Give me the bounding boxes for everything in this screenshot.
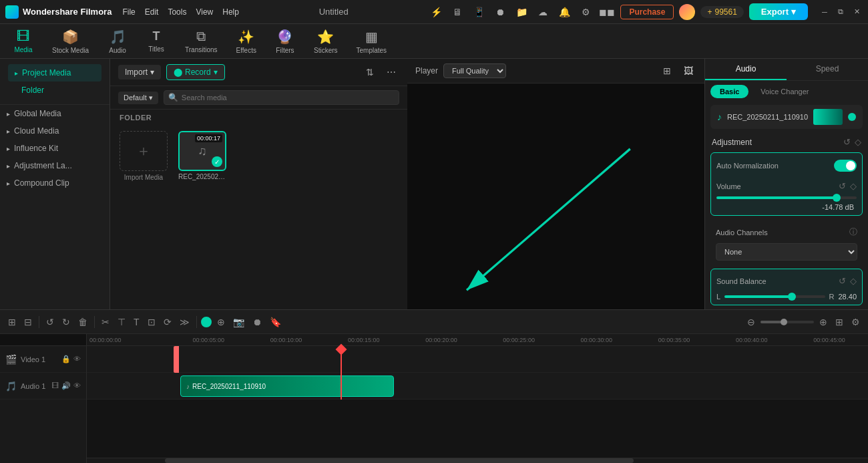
sidebar-item-global-media[interactable]: ▸ Global Media — [0, 105, 110, 122]
tl-rotate-icon[interactable]: ⟳ — [161, 315, 174, 329]
scrollbar-thumb[interactable] — [165, 458, 634, 463]
topbar-icon-6[interactable]: ☁ — [535, 4, 551, 20]
maximize-button[interactable]: ⧉ — [835, 6, 847, 18]
audio-clip[interactable]: ♪ REC_20250211_110910 — [180, 375, 394, 397]
media-sort-icon[interactable]: ⇅ — [362, 64, 378, 80]
timeline-scrollbar[interactable] — [87, 458, 868, 463]
topbar-icon-2[interactable]: 🖥 — [449, 4, 465, 20]
tool-media[interactable]: 🎞 Media — [5, 26, 41, 56]
adjustment-settings-icon[interactable]: ◇ — [855, 137, 861, 147]
default-button[interactable]: Default ▾ — [118, 92, 158, 104]
tl-split-icon[interactable]: ⊤ — [115, 315, 128, 329]
topbar-icon-3[interactable]: 📱 — [471, 4, 487, 20]
tl-zoom-thumb[interactable] — [781, 319, 787, 325]
quality-select[interactable]: Full Quality — [443, 63, 506, 78]
subtab-voice-changer[interactable]: Voice Changer — [751, 85, 818, 98]
menu-edit[interactable]: Edit — [145, 7, 159, 17]
tool-transitions[interactable]: ⧉ Transitions — [177, 26, 226, 56]
minimize-button[interactable]: ─ — [819, 6, 831, 18]
tool-effects[interactable]: ✨ Effects — [228, 26, 264, 57]
timeline-content[interactable]: 00:00:00:00 00:00:05:00 00:00:10:00 00:0… — [87, 334, 868, 463]
video-track[interactable] — [87, 346, 868, 373]
sidebar-item-cloud-media[interactable]: ▸ Cloud Media — [0, 122, 110, 140]
tool-stickers[interactable]: ⭐ Stickers — [306, 26, 346, 57]
sidebar-item-adjustment[interactable]: ▸ Adjustment La... — [0, 157, 110, 174]
tool-audio[interactable]: 🎵 Audio — [99, 26, 136, 57]
video-lock-icon[interactable]: 🔒 — [61, 355, 71, 363]
record-button[interactable]: ⬤ Record ▾ — [166, 64, 225, 80]
tool-titles[interactable]: T Titles — [138, 27, 174, 55]
grid-view-icon[interactable]: ⊞ — [659, 63, 675, 79]
search-input[interactable] — [164, 90, 399, 105]
volume-slider-track[interactable] — [716, 196, 857, 199]
export-button[interactable]: Export ▾ — [749, 3, 808, 20]
tl-more-icon[interactable]: ≫ — [177, 315, 192, 329]
volume-diamond-icon[interactable]: ◇ — [850, 181, 857, 191]
auto-norm-toggle[interactable] — [834, 160, 857, 172]
audio-camera-icon[interactable]: 🎞 — [51, 381, 59, 390]
tool-templates[interactable]: ▦ Templates — [349, 26, 395, 57]
volume-reset-icon[interactable]: ↺ — [839, 181, 846, 191]
audio-mute-icon[interactable]: 🔊 — [61, 381, 71, 390]
import-media-item[interactable]: ＋ Import Media — [120, 131, 168, 181]
tl-record-icon[interactable]: ⏺ — [250, 315, 264, 329]
tl-ungroup-icon[interactable]: ⊟ — [21, 315, 35, 329]
audio-hide2-icon[interactable]: 👁 — [73, 381, 81, 390]
sidebar-item-compound-clip[interactable]: ▸ Compound Clip — [0, 174, 110, 192]
tl-add-track-icon[interactable]: ⊕ — [214, 315, 228, 329]
sidebar-item-folder[interactable]: Folder — [8, 82, 101, 99]
topbar-icon-7[interactable]: 🔔 — [556, 4, 572, 20]
menu-file[interactable]: File — [122, 7, 135, 17]
tl-settings-icon[interactable]: ⚙ — [849, 315, 863, 329]
tl-zoom-out-icon[interactable]: ⊖ — [744, 315, 758, 329]
menu-view[interactable]: View — [196, 7, 213, 17]
topbar-icon-8[interactable]: ⚙ — [578, 4, 594, 20]
tl-redo-icon[interactable]: ↻ — [59, 315, 73, 329]
sound-balance-reset-icon[interactable]: ↺ — [839, 276, 846, 286]
topbar-icon-1[interactable]: ⚡ — [428, 4, 444, 20]
tab-audio[interactable]: Audio — [705, 59, 787, 80]
tl-camera-icon[interactable]: 📷 — [230, 315, 247, 329]
topbar-icon-5[interactable]: 📁 — [513, 4, 529, 20]
screenshot-icon[interactable]: 🖼 — [680, 63, 696, 79]
subtab-basic[interactable]: Basic — [710, 85, 748, 98]
menu-tools[interactable]: Tools — [168, 7, 186, 17]
tl-zoom-slider[interactable] — [761, 321, 814, 323]
sidebar-item-influence-kit[interactable]: ▸ Influence Kit — [0, 140, 110, 157]
sidebar-item-project-media[interactable]: ▸ Project Media — [8, 64, 101, 82]
tl-bookmark-icon[interactable]: 🔖 — [267, 315, 284, 329]
close-button[interactable]: ✕ — [851, 6, 863, 18]
import-box[interactable]: ＋ — [120, 131, 168, 171]
import-button[interactable]: Import ▾ — [118, 65, 161, 80]
tab-speed[interactable]: Speed — [787, 59, 868, 80]
video-hide-icon[interactable]: 👁 — [73, 355, 81, 363]
audio-channels-info-icon[interactable]: ⓘ — [849, 226, 857, 238]
topbar-icon-4[interactable]: ⏺ — [492, 4, 508, 20]
tl-zoom-in-icon[interactable]: ⊕ — [817, 315, 830, 329]
menu-help[interactable]: Help — [222, 7, 239, 17]
templates-label: Templates — [357, 47, 387, 54]
tl-playhead-color[interactable] — [201, 317, 212, 327]
user-avatar[interactable] — [679, 4, 695, 20]
sound-balance-track[interactable] — [724, 295, 825, 298]
tl-layout-icon[interactable]: ⊞ — [833, 315, 846, 329]
audio-track[interactable]: ♪ REC_20250211_110910 — [87, 373, 868, 400]
audio-channels-select[interactable]: None — [716, 243, 857, 261]
sound-balance-diamond-icon[interactable]: ◇ — [850, 276, 857, 286]
purchase-button[interactable]: Purchase — [620, 5, 674, 19]
tool-stock[interactable]: 📦 Stock Media — [44, 26, 97, 57]
tl-group-icon[interactable]: ⊞ — [5, 315, 19, 329]
clip-thumbnail[interactable]: 00:00:17 ♫ ✓ — [178, 131, 226, 171]
tl-delete-icon[interactable]: 🗑 — [75, 315, 90, 329]
topbar-icon-9[interactable]: ◼◼ — [599, 4, 615, 20]
adjustment-reset-icon[interactable]: ↺ — [843, 137, 851, 147]
volume-slider-thumb[interactable] — [833, 194, 841, 202]
media-clip-item[interactable]: 00:00:17 ♫ ✓ REC_20250211_1... — [178, 131, 226, 181]
tl-undo-icon[interactable]: ↺ — [43, 315, 57, 329]
tl-crop-icon[interactable]: ⊡ — [145, 315, 158, 329]
media-more-icon[interactable]: ⋯ — [383, 64, 399, 80]
sound-balance-thumb[interactable] — [788, 293, 796, 301]
tool-filters[interactable]: 🔮 Filters — [267, 26, 303, 57]
tl-text-icon[interactable]: T — [131, 315, 142, 329]
tl-cut-icon[interactable]: ✂ — [99, 315, 112, 329]
